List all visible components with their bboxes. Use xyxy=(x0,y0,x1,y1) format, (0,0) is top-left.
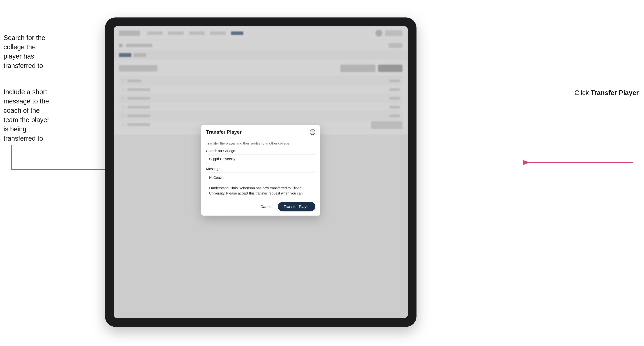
arrow-right xyxy=(520,152,634,173)
modal-close-button[interactable]: ✕ xyxy=(310,129,315,135)
modal-subtitle: Transfer the player and their profile to… xyxy=(206,141,315,145)
annotation-left-search: Search for the college the player has tr… xyxy=(4,33,52,70)
message-label: Message xyxy=(206,167,315,171)
cancel-button[interactable]: Cancel xyxy=(258,203,275,211)
modal-body: Transfer the player and their profile to… xyxy=(201,138,320,199)
annotation-right: Click Transfer Player xyxy=(574,89,639,97)
annotation-right-bold: Transfer Player xyxy=(590,89,639,96)
annotation-left-message: Include a short message to the coach of … xyxy=(4,87,52,143)
modal-overlay: Transfer Player ✕ Transfer the player an… xyxy=(114,26,408,318)
ipad-screen: Transfer Player ✕ Transfer the player an… xyxy=(114,26,408,318)
modal-header: Transfer Player ✕ xyxy=(201,125,320,138)
transfer-player-modal: Transfer Player ✕ Transfer the player an… xyxy=(201,125,320,216)
arrow-left xyxy=(10,143,114,178)
transfer-player-button[interactable]: Transfer Player xyxy=(278,202,315,211)
college-search-input[interactable] xyxy=(206,154,315,163)
search-for-college-label: Search for College xyxy=(206,149,315,153)
modal-footer: Cancel Transfer Player xyxy=(201,199,320,216)
annotation-search-text: Search for the college the player has tr… xyxy=(4,34,45,69)
annotation-right-text: Click xyxy=(574,89,591,96)
modal-title: Transfer Player xyxy=(206,129,242,135)
ipad-device: Transfer Player ✕ Transfer the player an… xyxy=(105,17,416,327)
annotation-message-text: Include a short message to the coach of … xyxy=(4,88,49,142)
message-textarea[interactable]: Hi Coach, I understand Chris Robertson h… xyxy=(206,172,315,195)
